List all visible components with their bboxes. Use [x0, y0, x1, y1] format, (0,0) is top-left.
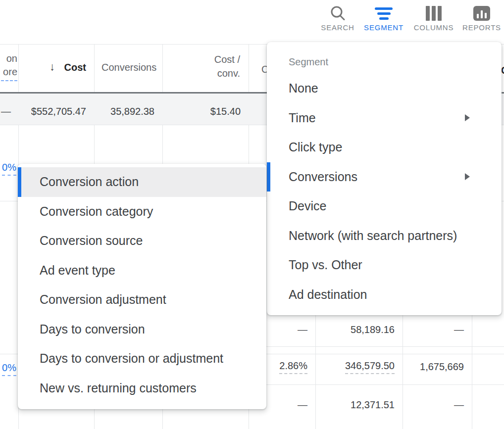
- columns-icon: [410, 3, 457, 24]
- submenu-item-days-to-conversion-or-adjustment[interactable]: Days to conversion or adjustment: [18, 344, 266, 374]
- submenu-item-conversion-action[interactable]: Conversion action: [18, 167, 266, 197]
- cost-per-conv-column-header[interactable]: conv.: [217, 67, 240, 79]
- conversions-submenu: Conversion action Conversion category Co…: [18, 164, 266, 409]
- totals-conversions: 35,892.38: [110, 105, 154, 117]
- table-cell: —: [454, 399, 464, 411]
- segment-menu-item-top-vs-other[interactable]: Top vs. Other: [267, 250, 502, 280]
- clipped-column-header-fragment: C: [261, 63, 267, 75]
- submenu-item-new-vs-returning-customers[interactable]: New vs. returning customers: [18, 374, 266, 403]
- totals-optimization-score: —: [1, 105, 11, 117]
- optimization-score-header-fragment[interactable]: ore: [3, 66, 17, 78]
- submenu-item-conversion-category[interactable]: Conversion category: [18, 197, 266, 227]
- submenu-item-ad-event-type[interactable]: Ad event type: [18, 256, 266, 286]
- segment-menu-title: Segment: [289, 54, 328, 69]
- highlighted-item-indicator: [18, 167, 21, 197]
- segment-menu-item-click-type[interactable]: Click type: [267, 133, 502, 162]
- reports-icon: [458, 3, 504, 24]
- reports-label: REPORTS: [458, 24, 504, 32]
- optimization-score-header-fragment[interactable]: on: [6, 52, 17, 64]
- submenu-item-conversion-source[interactable]: Conversion source: [18, 226, 266, 256]
- segment-menu-item-none[interactable]: None: [267, 74, 502, 103]
- conv-rate-cell[interactable]: 2.86%: [279, 360, 307, 374]
- segment-menu-item-conversions[interactable]: Conversions: [267, 162, 502, 192]
- segment-menu: Segment None Time Click type Conversions…: [267, 42, 502, 315]
- segment-menu-item-ad-destination[interactable]: Ad destination: [267, 280, 502, 310]
- segment-row-border: [266, 384, 504, 385]
- optimization-score-value[interactable]: 0%: [2, 362, 16, 376]
- segment-label: SEGMENT: [360, 24, 407, 32]
- optimization-score-value[interactable]: 0%: [2, 161, 16, 176]
- segment-menu-item-network[interactable]: Network (with search partners): [267, 221, 502, 251]
- segment-button[interactable]: SEGMENT: [360, 3, 407, 32]
- search-icon: [314, 3, 361, 24]
- totals-cost: $552,705.47: [31, 105, 86, 117]
- segment-icon: [360, 3, 407, 24]
- totals-cost-per-conv: $15.40: [210, 105, 241, 117]
- active-item-indicator: [267, 162, 270, 192]
- google-ads-screen: SEARCH SEGMENT COLUMNS REPORTS on ore ↓ …: [0, 0, 504, 429]
- sort-descending-icon[interactable]: ↓: [50, 61, 55, 73]
- segment-menu-item-device[interactable]: Device: [267, 191, 502, 221]
- submenu-arrow-icon: [465, 114, 470, 121]
- search-label: SEARCH: [314, 24, 361, 32]
- submenu-item-days-to-conversion[interactable]: Days to conversion: [18, 315, 266, 344]
- cost-per-conv-column-header[interactable]: Cost /: [214, 53, 240, 65]
- columns-label: COLUMNS: [410, 24, 457, 32]
- table-cell: 58,189.16: [351, 324, 395, 335]
- header-dashed-underline: [1, 80, 17, 81]
- segment-row-border: [266, 346, 504, 347]
- table-cell: —: [298, 399, 307, 411]
- conversions-column-header[interactable]: Conversions: [101, 61, 156, 73]
- table-cell: —: [454, 324, 464, 335]
- table-cell[interactable]: 346,579.50: [345, 360, 395, 374]
- table-cell: —: [298, 324, 307, 335]
- submenu-item-conversion-adjustment[interactable]: Conversion adjustment: [18, 285, 266, 315]
- columns-button[interactable]: COLUMNS: [410, 3, 457, 32]
- submenu-arrow-icon: [465, 173, 470, 180]
- cost-column-header[interactable]: Cost: [64, 61, 86, 73]
- segment-menu-item-time[interactable]: Time: [267, 103, 502, 133]
- search-button[interactable]: SEARCH: [314, 3, 361, 32]
- table-cell: 12,371.51: [351, 399, 395, 411]
- table-cell: 1,675,669: [420, 361, 464, 373]
- reports-button[interactable]: REPORTS: [458, 3, 504, 32]
